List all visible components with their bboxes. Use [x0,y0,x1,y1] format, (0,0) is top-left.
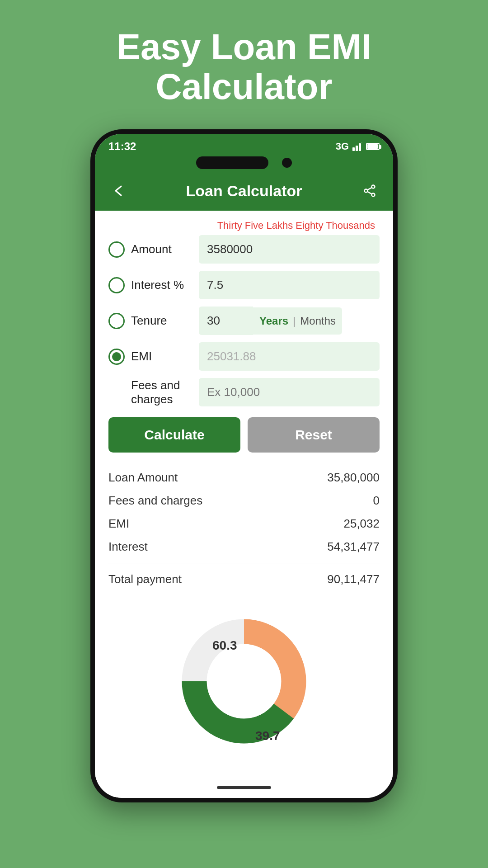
svg-point-5 [372,193,375,197]
fees-row: Fees and charges [108,378,380,406]
result-interest: Interest 54,31,477 [108,535,380,558]
tenure-input-group: Years | Months [199,307,380,335]
svg-rect-1 [356,146,358,151]
months-tab[interactable]: Months [300,315,336,327]
app-bar-title: Loan Calculator [186,182,302,200]
title-line2: Calculator [155,66,332,107]
result-total-label: Total payment [108,572,182,586]
status-bar: 11:32 3G [95,134,393,156]
donut-chart: 60.3 39.7 [172,609,316,754]
amount-input[interactable] [199,235,380,264]
svg-rect-0 [352,147,355,151]
back-icon [112,184,125,197]
amount-words: Thirty Five Lakhs Eighty Thousands [108,220,380,231]
result-total: Total payment 90,11,477 [108,563,380,591]
chart-orange-label: 60.3 [212,638,237,652]
calculate-button[interactable]: Calculate [108,417,240,453]
phone-inner: 11:32 3G [95,134,393,798]
tenure-number-input[interactable] [199,307,253,335]
result-emi-label: EMI [108,517,129,531]
emi-radio[interactable] [108,349,125,365]
notch-pill [196,156,268,169]
amount-row: Amount [108,235,380,264]
result-interest-label: Interest [108,540,148,554]
result-fees-value: 0 [373,494,380,508]
tenure-tabs: Years | Months [253,307,342,335]
interest-radio[interactable] [108,277,125,293]
notch [95,156,393,173]
emi-input[interactable] [199,342,380,371]
reset-button[interactable]: Reset [248,417,380,453]
amount-label: Amount [131,242,172,256]
interest-input[interactable] [199,271,380,299]
share-icon [363,184,376,197]
content-area: Thirty Five Lakhs Eighty Thousands Amoun… [95,211,393,781]
svg-rect-3 [361,142,362,142]
status-time: 11:32 [108,140,136,153]
battery-icon [366,143,380,150]
amount-radio-label[interactable]: Amount [108,241,199,258]
results-table: Loan Amount 35,80,000 Fees and charges 0… [108,466,380,591]
notch-dot [282,158,292,168]
years-tab[interactable]: Years [259,315,288,327]
title-line1: Easy Loan EMI [117,27,372,67]
share-button[interactable] [360,181,380,201]
svg-line-7 [367,188,372,190]
interest-row: Interest % [108,271,380,299]
emi-row: EMI [108,342,380,371]
fees-input[interactable] [199,378,380,406]
svg-line-8 [367,192,372,194]
interest-label: Interest % [131,278,184,292]
svg-point-4 [372,185,375,189]
svg-rect-2 [359,143,361,151]
result-loan-amount: Loan Amount 35,80,000 [108,466,380,489]
app-bar: Loan Calculator [95,173,393,211]
signal-icon [352,142,362,151]
result-emi: EMI 25,032 [108,512,380,535]
emi-radio-label[interactable]: EMI [108,349,199,365]
bottom-indicator [95,781,393,798]
result-interest-value: 54,31,477 [327,540,380,554]
chart-container: 60.3 39.7 [108,600,380,767]
fees-label: Fees and charges [108,378,199,406]
svg-point-12 [207,644,281,718]
status-icons: 3G [336,141,380,152]
buttons-row: Calculate Reset [108,417,380,453]
result-fees-label: Fees and charges [108,494,202,508]
result-fees: Fees and charges 0 [108,489,380,512]
page-title: Easy Loan EMI Calculator [80,0,408,129]
loan-amount-value: 35,80,000 [327,471,380,485]
phone-frame: 11:32 3G [90,129,398,802]
amount-radio[interactable] [108,241,125,258]
home-indicator [217,786,271,789]
loan-amount-label: Loan Amount [108,471,178,485]
tenure-radio-label[interactable]: Tenure [108,313,199,329]
tenure-row: Tenure Years | Months [108,307,380,335]
tenure-divider: | [293,315,296,327]
back-button[interactable] [108,181,128,201]
result-emi-value: 25,032 [343,517,380,531]
emi-radio-inner [112,352,121,361]
svg-point-6 [365,189,368,193]
emi-label: EMI [131,349,152,363]
tenure-label: Tenure [131,314,167,328]
tenure-radio[interactable] [108,313,125,329]
interest-radio-label[interactable]: Interest % [108,277,199,293]
result-total-value: 90,11,477 [327,572,380,586]
network-label: 3G [336,141,349,152]
chart-green-label: 39.7 [255,729,280,743]
